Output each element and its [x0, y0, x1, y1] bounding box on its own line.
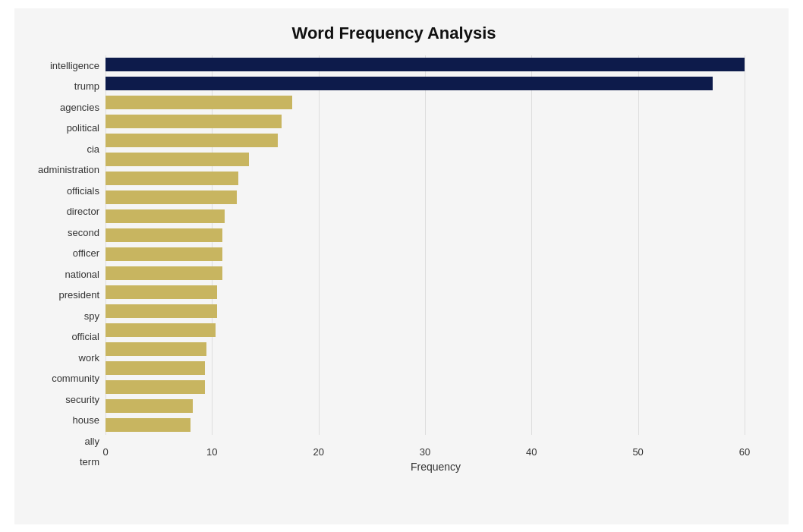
grid-and-bars: 0102030405060: [105, 55, 766, 458]
bars-area: 0102030405060 Frequency: [105, 55, 766, 473]
y-label: security: [65, 389, 99, 409]
bar-row: [105, 303, 766, 320]
bar-ally: [105, 399, 193, 413]
bar-administration: [105, 153, 249, 166]
bar-trump: [105, 77, 713, 90]
x-tick: 50: [632, 446, 643, 458]
y-label: political: [67, 118, 99, 138]
y-label: officials: [67, 181, 99, 200]
bar-row: [105, 265, 766, 282]
bar-spy: [105, 285, 217, 299]
bar-agencies: [105, 96, 292, 109]
bar-row: [105, 398, 766, 414]
bar-row: [105, 113, 766, 130]
bars-wrapper: [105, 55, 766, 435]
bar-row: [105, 322, 766, 338]
x-tick: 0: [102, 446, 108, 458]
bar-political: [105, 115, 282, 128]
bar-officer: [105, 228, 222, 242]
y-label: ally: [84, 431, 99, 451]
y-label: director: [67, 202, 99, 222]
x-tick: 20: [313, 446, 323, 458]
bar-row: [105, 284, 766, 301]
y-label: administration: [38, 160, 99, 180]
y-label: house: [73, 411, 99, 430]
y-label: official: [71, 327, 99, 347]
bar-cia: [105, 134, 278, 147]
bar-row: [105, 170, 766, 187]
y-label: spy: [84, 306, 99, 326]
bar-official: [105, 304, 217, 318]
y-label: trump: [74, 77, 99, 96]
bar-row: [105, 56, 766, 73]
bar-row: [105, 151, 766, 168]
bar-work: [105, 323, 216, 337]
y-label: national: [65, 264, 99, 284]
x-tick: 10: [206, 446, 217, 458]
bar-term: [105, 418, 191, 432]
bar-second: [105, 209, 225, 223]
y-label: work: [79, 348, 99, 367]
bar-row: [105, 132, 766, 149]
y-labels: intelligencetrumpagenciespoliticalciaadm…: [22, 55, 105, 473]
bar-row: [105, 417, 766, 433]
x-tick: 40: [526, 446, 537, 458]
y-label: agencies: [60, 97, 99, 117]
y-label: second: [68, 222, 99, 242]
y-label: cia: [87, 139, 99, 159]
bar-row: [105, 208, 766, 225]
bar-intelligence: [105, 58, 745, 71]
y-label: community: [52, 369, 99, 389]
bar-security: [105, 361, 205, 375]
bar-row: [105, 379, 766, 395]
x-axis-labels: 0102030405060: [105, 435, 766, 458]
y-label: intelligence: [50, 55, 99, 75]
bar-row: [105, 75, 766, 92]
bar-national: [105, 247, 222, 261]
bar-row: [105, 227, 766, 244]
x-axis-title: Frequency: [105, 461, 766, 473]
chart-container: Word Frequency Analysis intelligencetrum…: [14, 8, 789, 524]
bar-row: [105, 94, 766, 111]
chart-area: intelligencetrumpagenciespoliticalciaadm…: [22, 55, 766, 473]
bar-director: [105, 190, 237, 204]
bar-community: [105, 342, 206, 356]
x-tick: 30: [420, 446, 430, 458]
y-label: officer: [73, 244, 99, 263]
bar-row: [105, 246, 766, 263]
bar-officials: [105, 172, 238, 185]
bar-row: [105, 360, 766, 376]
bar-president: [105, 266, 222, 280]
y-label: president: [59, 285, 99, 305]
x-tick: 60: [739, 446, 750, 458]
bar-house: [105, 380, 205, 394]
y-label: term: [80, 452, 99, 472]
bar-row: [105, 189, 766, 206]
chart-title: Word Frequency Analysis: [22, 24, 766, 43]
bar-row: [105, 341, 766, 357]
